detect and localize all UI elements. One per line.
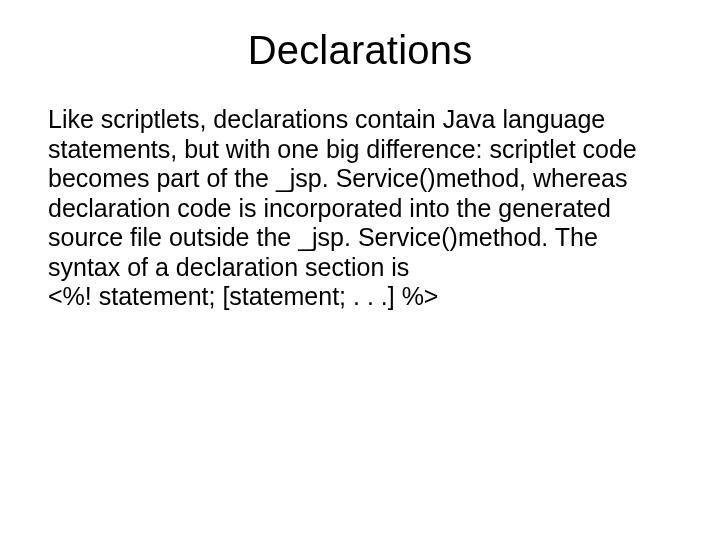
slide-body: Like scriptlets, declarations contain Ja… xyxy=(48,105,672,312)
body-paragraph: Like scriptlets, declarations contain Ja… xyxy=(48,105,637,281)
syntax-line: <%! statement; [statement; . . .] %> xyxy=(48,282,438,310)
slide-title: Declarations xyxy=(48,28,672,73)
slide: Declarations Like scriptlets, declaratio… xyxy=(0,0,720,540)
